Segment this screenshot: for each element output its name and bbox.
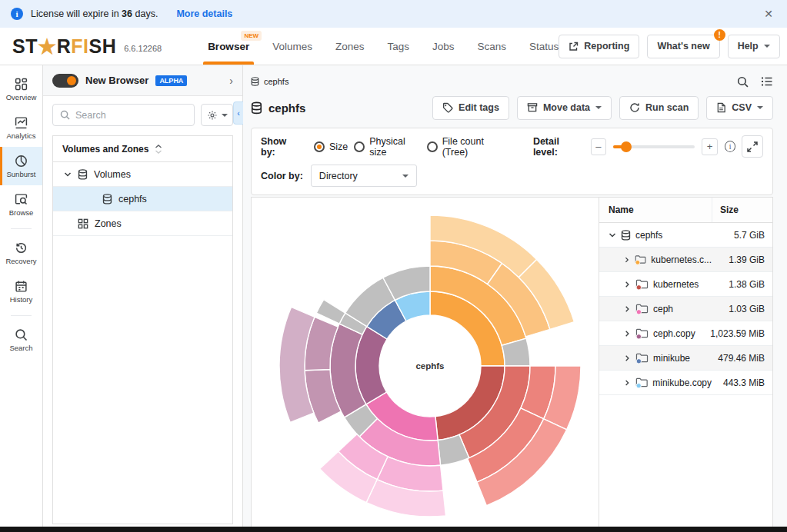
sidebar-item-analytics[interactable]: Analytics	[0, 108, 42, 147]
detail-plus-button[interactable]: +	[702, 138, 718, 155]
tab-volumes[interactable]: Volumes	[272, 28, 312, 65]
more-details-link[interactable]: More details	[176, 8, 232, 19]
sidebar-item-history[interactable]: History	[0, 272, 42, 311]
tab-jobs[interactable]: Jobs	[432, 28, 455, 65]
table-row-ceph[interactable]: ceph1.03 GiB	[599, 297, 772, 321]
row-name: minikube	[653, 353, 690, 364]
rail-divider	[11, 315, 32, 316]
breadcrumb-item[interactable]: cephfs	[264, 77, 288, 86]
row-size: 1.03 GiB	[712, 297, 772, 321]
sidebar-item-label: Search	[9, 344, 32, 352]
move-data-button[interactable]: Move data	[517, 96, 612, 120]
tree-item-label: Volumes	[94, 169, 131, 180]
tree-settings-button[interactable]	[201, 104, 233, 126]
volumes-zones-card: Volumes and Zones VolumescephfsZones	[52, 135, 233, 524]
fullscreen-button[interactable]	[742, 135, 763, 158]
new-browser-bar: New Browser ALPHA ›	[43, 65, 242, 96]
page-title: cephfs	[268, 101, 305, 115]
size-table: Name Size cephfs5.7 GiBkubernetes.c...1.…	[599, 198, 772, 532]
row-name: cephfs	[635, 230, 662, 241]
sidebar-item-search[interactable]: Search	[0, 321, 42, 359]
button-label: Run scan	[645, 102, 689, 113]
tab-browser[interactable]: BrowserNEW	[208, 28, 249, 65]
help-button[interactable]: Help	[728, 35, 780, 58]
sidebar-item-label: Sunburst	[6, 170, 35, 178]
radio-label: Physical size	[369, 136, 420, 158]
row-size: 443.3 MiB	[712, 371, 772, 394]
bottom-bar	[0, 527, 787, 532]
list-view-icon[interactable]	[761, 76, 773, 87]
database-icon	[251, 77, 259, 86]
csv-button[interactable]: CSV	[706, 96, 773, 120]
table-row-cephfs[interactable]: cephfs5.7 GiB	[599, 223, 772, 248]
row-size: 1,023.59 MiB	[712, 321, 772, 345]
analytics-chart-icon	[15, 116, 28, 129]
radio-dot-icon	[354, 141, 365, 152]
table-row-minikube-copy[interactable]: minikube.copy443.3 MiB	[599, 371, 772, 395]
header-actions: Reporting What's new ! Help S	[559, 35, 787, 58]
tree-header-label: Volumes and Zones	[62, 144, 148, 155]
gear-icon	[207, 110, 218, 121]
run-scan-button[interactable]: Run scan	[619, 96, 699, 120]
button-label: Move data	[543, 102, 590, 113]
sidebar-item-label: Browse	[9, 208, 34, 217]
row-name: kubernetes.c...	[651, 254, 712, 265]
page-title-row: cephfs Edit tagsMove dataRun scanCSV	[251, 92, 773, 123]
history-calendar-icon	[15, 280, 28, 293]
sidebar-item-sunburst[interactable]: Sunburst	[0, 147, 42, 185]
table-row-kubernetes-c[interactable]: kubernetes.c...1.39 GiB	[599, 248, 772, 272]
table-row-ceph-copy[interactable]: ceph.copy1,023.59 MiB	[599, 321, 772, 346]
row-size: 479.46 MiB	[712, 346, 772, 370]
tree-search-input[interactable]	[75, 110, 187, 121]
chevron-right-icon[interactable]: ›	[229, 75, 233, 87]
whats-new-button[interactable]: What's new	[647, 35, 719, 58]
tab-status[interactable]: Status	[529, 28, 559, 65]
tree-search-box[interactable]	[52, 104, 195, 126]
color-by-label: Color by:	[261, 171, 303, 181]
radio-file-count-tree[interactable]: File count (Tree)	[427, 136, 507, 158]
search-icon[interactable]	[737, 76, 749, 88]
tree-item-volumes[interactable]: Volumes	[53, 162, 232, 187]
column-size[interactable]: Size	[712, 198, 772, 222]
banner-close-icon[interactable]: ✕	[761, 8, 776, 20]
new-browser-label: New Browser	[85, 75, 148, 86]
sunburst-card: cephfs Name Size cephfs5.7 GiBkubernetes…	[251, 197, 773, 532]
color-by-select[interactable]: Directory	[311, 165, 417, 187]
table-row-kubernetes[interactable]: kubernetes1.38 GiB	[599, 272, 772, 297]
tab-tags[interactable]: Tags	[387, 28, 409, 65]
info-icon[interactable]: i	[725, 141, 735, 152]
chevron-down-icon	[757, 106, 763, 109]
slider-thumb[interactable]	[621, 141, 632, 152]
sort-unfold-icon[interactable]	[155, 145, 162, 154]
license-banner: i License will expire in 36 days. More d…	[0, 0, 787, 28]
show-by-label: Show by:	[261, 136, 302, 158]
sidebar-item-browse[interactable]: Browse	[0, 185, 42, 224]
chevron-down-icon	[402, 175, 409, 178]
new-browser-toggle[interactable]	[52, 74, 78, 88]
row-size: 1.38 GiB	[712, 272, 772, 296]
detail-minus-button[interactable]: –	[591, 138, 607, 155]
tree-item-cephfs[interactable]: cephfs	[53, 187, 232, 211]
sidebar-item-label: Recovery	[5, 257, 36, 265]
tab-scans[interactable]: Scans	[478, 28, 507, 65]
radio-size[interactable]: Size	[314, 141, 348, 152]
edit-tags-button[interactable]: Edit tags	[432, 96, 509, 120]
tree-item-label: Zones	[95, 218, 122, 229]
panel-collapse-button[interactable]: ‹	[233, 101, 243, 125]
main-nav-tabs: BrowserNEWVolumesZonesTagsJobsScansStatu…	[208, 28, 559, 65]
sidebar-item-recovery[interactable]: Recovery	[0, 234, 42, 272]
sunburst-chart[interactable]: cephfs	[252, 198, 599, 532]
app-header: ST★RFISH 6.6.12268 BrowserNEWVolumesZone…	[0, 28, 787, 65]
table-row-minikube[interactable]: minikube479.46 MiB	[599, 346, 772, 371]
button-label: Edit tags	[459, 102, 499, 113]
folder-icon	[635, 352, 649, 364]
tree-item-zones[interactable]: Zones	[53, 211, 232, 236]
reporting-button[interactable]: Reporting	[559, 35, 639, 58]
detail-level-slider[interactable]	[613, 145, 695, 148]
folder-icon	[635, 278, 649, 290]
column-name[interactable]: Name	[599, 198, 712, 222]
tab-zones[interactable]: Zones	[335, 28, 365, 65]
radio-physical-size[interactable]: Physical size	[354, 136, 420, 158]
tree-item-label: cephfs	[118, 194, 147, 204]
sidebar-item-overview[interactable]: Overview	[0, 70, 42, 108]
